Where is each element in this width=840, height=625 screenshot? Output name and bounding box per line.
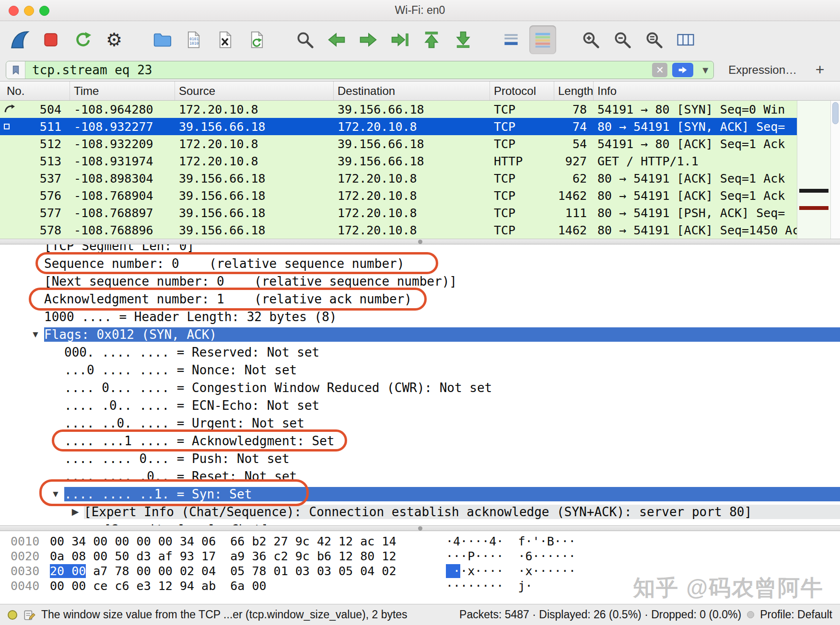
column-header-source[interactable]: Source — [175, 81, 334, 100]
toolbar-button-save-file[interactable]: 01011010 — [180, 25, 207, 54]
cell-no: 578 — [0, 221, 70, 239]
capture-comment-icon[interactable] — [23, 609, 35, 621]
hex-selected-bytes[interactable]: 20 00 — [50, 564, 86, 578]
column-header-protocol[interactable]: Protocol — [490, 81, 554, 100]
toolbar-button-capture-options[interactable]: ⚙ — [101, 25, 128, 54]
packet-list-body: 504-108.964280172.20.10.839.156.66.18TCP… — [0, 101, 840, 239]
hex-ascii[interactable]: ········ j· — [419, 579, 533, 593]
detail-line-14[interactable]: ▼.... .... ..1. = Syn: Set — [0, 485, 840, 503]
hex-row-0030[interactable]: 003020 00 a7 78 00 00 02 04 05 78 01 03 … — [0, 564, 840, 579]
cell-length: 1462 — [554, 221, 594, 239]
column-header-time[interactable]: Time — [70, 81, 175, 100]
packet-row-512[interactable]: 512-108.932209172.20.10.839.156.66.18TCP… — [0, 135, 797, 152]
detail-line-10[interactable]: .... ..0. .... = Urgent: Not set — [0, 414, 840, 432]
toolbar-button-open-file[interactable] — [149, 25, 175, 54]
expression-button[interactable]: Expression… — [728, 63, 797, 77]
detail-line-12[interactable]: .... .... 0... = Push: Not set — [0, 450, 840, 467]
packet-list-minimap[interactable] — [797, 101, 830, 239]
expander-down-icon[interactable]: ▼ — [47, 489, 64, 499]
hex-row-0040[interactable]: 004000 00 ce c6 e3 12 94 ab 6a 00·······… — [0, 579, 840, 593]
expander-down-icon[interactable]: ▼ — [27, 329, 44, 340]
filter-bookmark-icon[interactable] — [6, 61, 25, 79]
expert-info-icon[interactable] — [8, 610, 17, 620]
toolbar-button-reload-file[interactable] — [244, 25, 270, 54]
toolbar-button-start-capture[interactable] — [6, 25, 33, 54]
display-filter-input[interactable]: tcp.stream eq 23 — [25, 63, 652, 77]
detail-line-9[interactable]: .... .0.. .... = ECN-Echo: Not set — [0, 396, 840, 414]
filter-dropdown-icon[interactable]: ▾ — [697, 63, 713, 77]
toolbar-button-go-back[interactable] — [323, 25, 350, 54]
toolbar-button-close-file[interactable] — [212, 25, 239, 54]
expander-right-icon[interactable]: ▶ — [67, 506, 84, 517]
filter-apply-button[interactable] — [672, 63, 693, 77]
cell-source: 172.20.10.8 — [175, 135, 334, 152]
toolbar-button-restart-capture[interactable] — [69, 25, 96, 54]
packet-row-577[interactable]: 577-108.76889739.156.66.18172.20.10.8TCP… — [0, 204, 797, 221]
status-packet-counts: Packets: 5487 · Displayed: 26 (0.5%) · D… — [459, 608, 741, 621]
ascii-selected-chars[interactable]: · — [446, 564, 460, 578]
toolbar-button-zoom-in[interactable] — [577, 25, 604, 54]
toolbar-button-auto-scroll[interactable] — [498, 25, 525, 54]
column-header-destination[interactable]: Destination — [334, 81, 490, 100]
toolbar-button-go-last[interactable] — [450, 25, 477, 54]
detail-line-13[interactable]: .... .... .0.. = Reset: Not set — [0, 467, 840, 485]
packet-row-537[interactable]: 537-108.89830439.156.66.18172.20.10.8TCP… — [0, 170, 797, 187]
stop-icon — [41, 30, 60, 49]
detail-line-2[interactable]: [Next sequence number: 0 (relative seque… — [0, 272, 840, 290]
status-profile[interactable]: Profile: Default — [760, 608, 832, 621]
packet-row-504[interactable]: 504-108.964280172.20.10.839.156.66.18TCP… — [0, 101, 797, 118]
cell-protocol: TCP — [490, 170, 554, 187]
close-window-button[interactable] — [9, 6, 19, 16]
hex-ascii[interactable]: ··x···· ·x······ — [419, 564, 576, 578]
hex-ascii[interactable]: ···P···· ·6······ — [419, 549, 576, 563]
detail-line-4[interactable]: 1000 .... = Header Length: 32 bytes (8) — [0, 308, 840, 325]
hex-bytes[interactable]: 00 34 00 00 00 00 34 06 66 b2 27 9c 42 1… — [50, 534, 419, 548]
pane-splitter-top[interactable] — [0, 239, 840, 244]
detail-line-7[interactable]: ...0 .... .... = Nonce: Not set — [0, 361, 840, 379]
column-header-no[interactable]: No. — [0, 81, 70, 100]
toolbar-button-go-to-packet[interactable] — [386, 25, 413, 54]
toolbar-button-colorize[interactable] — [529, 25, 556, 54]
toolbar-button-go-first[interactable] — [418, 25, 445, 54]
traffic-lights — [9, 6, 49, 16]
minimize-window-button[interactable] — [24, 6, 34, 16]
column-header-length[interactable]: Length — [554, 81, 594, 100]
packet-list-scrollbar[interactable] — [830, 101, 840, 239]
add-filter-button[interactable]: + — [809, 61, 830, 79]
packet-row-578[interactable]: 578-108.76889639.156.66.18172.20.10.8TCP… — [0, 221, 797, 239]
detail-line-8[interactable]: .... 0... .... = Congestion Window Reduc… — [0, 379, 840, 396]
column-header-info[interactable]: Info — [594, 81, 840, 100]
pane-splitter-bottom[interactable] — [0, 525, 840, 531]
detail-line-15[interactable]: ▶[Expert Info (Chat/Sequence): Connectio… — [0, 503, 840, 521]
toolbar-button-go-forward[interactable] — [355, 25, 382, 54]
detail-line-text: Acknowledgment number: 1 (relative ack n… — [44, 292, 415, 306]
detail-line-3[interactable]: Acknowledgment number: 1 (relative ack n… — [0, 290, 840, 308]
toolbar-button-stop-capture[interactable] — [37, 25, 64, 54]
hex-row-0020[interactable]: 00200a 08 00 50 d3 af 93 17 a9 36 c2 9c … — [0, 549, 840, 564]
packet-row-511[interactable]: 511-108.93227739.156.66.18172.20.10.8TCP… — [0, 118, 797, 135]
filter-clear-button[interactable]: ✕ — [652, 63, 667, 77]
detail-line-6[interactable]: 000. .... .... = Reserved: Not set — [0, 343, 840, 361]
detail-line-5[interactable]: ▼Flags: 0x012 (SYN, ACK) — [0, 325, 840, 343]
cell-length: 927 — [554, 152, 594, 170]
scrollbar-thumb[interactable] — [832, 102, 839, 124]
detail-line-11[interactable]: .... ...1 .... = Acknowledgment: Set — [0, 432, 840, 450]
packet-row-576[interactable]: 576-108.76890439.156.66.18172.20.10.8TCP… — [0, 187, 797, 204]
detail-line-0[interactable]: [TCP Segment Len: 0] — [0, 244, 840, 255]
toolbar-button-zoom-reset[interactable] — [641, 25, 667, 54]
hex-bytes[interactable]: 0a 08 00 50 d3 af 93 17 a9 36 c2 9c b6 1… — [50, 549, 419, 563]
zoom-window-button[interactable] — [39, 6, 49, 16]
detail-line-1[interactable]: Sequence number: 0 (relative sequence nu… — [0, 255, 840, 272]
hex-row-0010[interactable]: 001000 34 00 00 00 00 34 06 66 b2 27 9c … — [0, 534, 840, 549]
cell-info: 80 → 54191 [PSH, ACK] Seq= — [594, 204, 797, 221]
packet-row-513[interactable]: 513-108.931974172.20.10.839.156.66.18HTT… — [0, 152, 797, 170]
hex-bytes[interactable]: 00 00 ce c6 e3 12 94 ab 6a 00 — [50, 579, 419, 593]
display-filter-field[interactable]: tcp.stream eq 23 ✕ ▾ — [6, 61, 714, 79]
toolbar-button-find-packet[interactable] — [292, 25, 318, 54]
hex-ascii[interactable]: ·4····4· f·'·B··· — [419, 534, 576, 548]
cell-length: 62 — [554, 170, 594, 187]
toolbar-button-resize-columns[interactable] — [672, 25, 699, 54]
detail-line-16[interactable]: [Severity level: Chat] — [0, 521, 840, 525]
hex-bytes[interactable]: 20 00 a7 78 00 00 02 04 05 78 01 03 03 0… — [50, 564, 419, 578]
toolbar-button-zoom-out[interactable] — [609, 25, 636, 54]
